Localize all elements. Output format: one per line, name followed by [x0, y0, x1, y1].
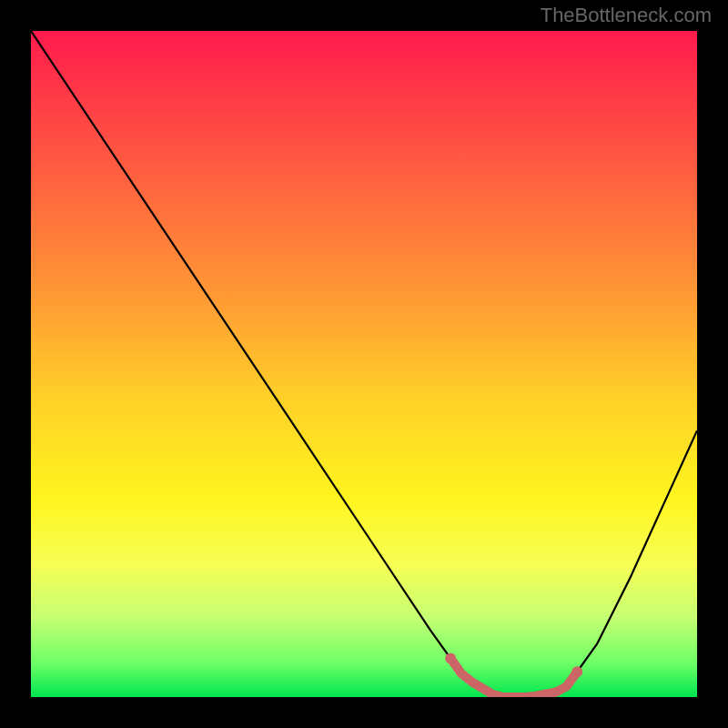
- watermark-text: TheBottleneck.com: [541, 4, 712, 27]
- highlight-band-path: [450, 659, 577, 698]
- highlight-dot-right: [571, 666, 582, 677]
- highlight-dot-left: [445, 653, 456, 664]
- bottleneck-chart: [31, 31, 697, 697]
- bottleneck-curve-path: [31, 31, 697, 697]
